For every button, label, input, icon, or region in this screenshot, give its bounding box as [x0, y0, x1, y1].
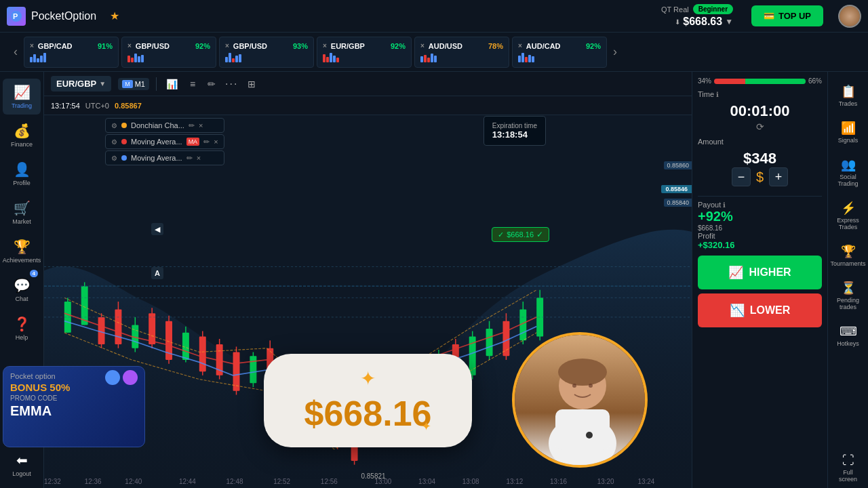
ind-dot-1	[121, 139, 127, 144]
grid-icon[interactable]: ⊞	[245, 77, 258, 91]
tab-close-3[interactable]: ×	[323, 42, 327, 49]
lower-button[interactable]: 📉 LOWER	[698, 293, 822, 327]
sidebar-item-finance[interactable]: 💰 Finance	[3, 117, 41, 153]
birthday-banner[interactable]: Pocket option BONUS 50% PROMO CODE EMMA	[3, 366, 145, 447]
asset-tab-4[interactable]: ×AUD/USD78%	[414, 37, 509, 68]
sidebar-item-profile[interactable]: 👤 Profile	[3, 156, 41, 192]
ind-settings-0[interactable]: ⚙	[111, 122, 117, 129]
ind-settings-2[interactable]: ⚙	[111, 155, 117, 162]
pending-label: Pending trades	[834, 297, 863, 310]
ind-dot-0	[121, 123, 127, 128]
asset-tab-0[interactable]: ×GBP/CAD91%	[24, 37, 119, 68]
tournaments-icon: 🏆	[841, 244, 856, 259]
tab-close-5[interactable]: ×	[518, 42, 522, 49]
lower-arrow-icon: 📉	[730, 303, 745, 318]
sidebar-label-profile: Profile	[13, 180, 31, 186]
draw-icon[interactable]: ✏	[205, 77, 218, 91]
logout-button[interactable]: ⬅ Logout	[3, 447, 41, 483]
progress-bearish	[714, 79, 745, 84]
right-icon-signals[interactable]: 📶 Signals	[831, 115, 865, 149]
logo-text: PocketOption	[31, 10, 96, 22]
svg-point-85	[586, 432, 593, 439]
indicator-row-0: ⚙ Donchian Cha... ✏ ×	[105, 118, 224, 133]
time-refresh-icon[interactable]: ⟳	[698, 121, 822, 132]
right-icon-social[interactable]: 👥 Social Trading	[831, 152, 865, 192]
asset-tab-3[interactable]: ×EUR/GBP92%	[317, 37, 412, 68]
ind-close-0[interactable]: ✏	[189, 121, 195, 130]
payout-info-icon[interactable]: ℹ	[723, 201, 726, 209]
sidebar-item-trading[interactable]: 📈 Trading	[3, 79, 41, 115]
indicator-collapse-arrow[interactable]: ◀	[151, 223, 163, 235]
main-layout: 📈 Trading 💰 Finance 👤 Profile 🛒 Market 🏆…	[0, 72, 868, 488]
bearish-pct: 34%	[698, 77, 711, 85]
right-icon-tournaments[interactable]: 🏆 Tournaments	[831, 239, 865, 272]
trade-marker-check: ✓	[498, 230, 504, 239]
higher-button[interactable]: 📈 HIGHER	[698, 256, 822, 289]
sidebar-item-achievements[interactable]: 🏆 Achievements	[3, 233, 41, 269]
right-icon-fullscreen[interactable]: ⛶ Full screen	[831, 448, 865, 488]
panel-divider	[698, 196, 822, 197]
right-icon-trades[interactable]: 📋 Trades	[831, 79, 865, 113]
win-popup: ✦ $668.16 ✦	[264, 354, 473, 447]
user-avatar[interactable]	[838, 5, 861, 28]
chat-badge: 4	[30, 270, 38, 277]
ind-close-2[interactable]: ✏	[186, 154, 193, 163]
svg-text:13:16: 13:16	[550, 477, 567, 486]
favorite-star-icon[interactable]: ★	[110, 9, 119, 22]
svg-text:13:24: 13:24	[637, 477, 654, 486]
time-row: Time ℹ	[698, 90, 822, 98]
sidebar-label-achievements: Achievements	[3, 257, 41, 264]
right-icon-pending[interactable]: ⏳ Pending trades	[831, 275, 865, 316]
sidebar-label-help: Help	[16, 334, 28, 341]
svg-text:13:12: 13:12	[506, 477, 523, 486]
svg-text:P: P	[13, 12, 18, 20]
ind-delete-2[interactable]: ×	[197, 154, 201, 162]
timeframe-selector[interactable]: M M1	[118, 78, 149, 90]
tab-close-0[interactable]: ×	[30, 42, 34, 49]
sidebar-item-help[interactable]: ❓ Help	[3, 310, 41, 346]
pair-selector[interactable]: EUR/GBP ▼	[51, 76, 111, 92]
sidebar-item-chat[interactable]: 💬 Chat	[3, 272, 41, 308]
toolbar-divider-1	[156, 77, 157, 91]
chart-type-bar-icon[interactable]: 📊	[163, 77, 180, 91]
ind-name-0: Donchian Cha...	[131, 121, 184, 129]
chart-utc: UTC+0	[85, 102, 109, 110]
tabs-prev-arrow[interactable]: ‹	[10, 45, 21, 59]
tab-close-2[interactable]: ×	[225, 42, 229, 49]
account-badge: Beginner	[693, 4, 733, 14]
ind-close-1[interactable]: ✏	[203, 138, 210, 146]
more-options-icon[interactable]: ···	[225, 78, 238, 90]
svg-text:13:08: 13:08	[462, 477, 479, 486]
indicator-icon[interactable]: ≡	[187, 77, 198, 91]
express-label: Express Trades	[834, 217, 863, 230]
price-level-highlight: 0.85846	[661, 185, 692, 193]
chart-toolbar: EUR/GBP ▼ M M1 📊 ≡ ✏ ··· ⊞	[44, 72, 692, 96]
amount-decrease-btn[interactable]: −	[732, 167, 751, 186]
topup-button[interactable]: 💳 TOP UP	[751, 5, 823, 26]
ind-settings-1[interactable]: ⚙	[111, 138, 117, 146]
chart-a-overlay-label: A	[151, 267, 163, 279]
asset-tab-2[interactable]: ×GBP/USD93%	[219, 37, 314, 68]
balance-dropdown-icon[interactable]: ▼	[725, 17, 733, 26]
tab-close-1[interactable]: ×	[127, 42, 132, 49]
tab-close-4[interactable]: ×	[420, 42, 425, 49]
ind-delete-1[interactable]: ×	[214, 138, 218, 146]
webcam-person	[515, 335, 645, 465]
amount-increase-btn[interactable]: +	[769, 167, 788, 186]
right-icon-hotkeys[interactable]: ⌨ Hotkeys	[831, 319, 865, 352]
tabs-next-arrow[interactable]: ›	[610, 45, 620, 59]
asset-tab-1[interactable]: ×GBP/USD92%	[121, 37, 216, 68]
topbar: P PocketOption ★ QT Real Beginner ⬇ $668…	[0, 0, 868, 33]
svg-text:0.85821: 0.85821	[361, 472, 386, 481]
asset-tab-5[interactable]: ×AUD/CAD92%	[512, 37, 607, 68]
indicator-list: ◀ ⚙ Donchian Cha... ✏ × ⚙ Moving Avera..…	[105, 118, 224, 165]
right-icon-express[interactable]: ⚡ Express Trades	[831, 195, 865, 236]
ind-delete-0[interactable]: ×	[199, 121, 203, 129]
finance-icon: 💰	[14, 123, 31, 139]
logout-icon: ⬅	[16, 452, 28, 468]
sidebar-item-market[interactable]: 🛒 Market	[3, 195, 41, 230]
indicator-row-1: ⚙ Moving Avera... MA ✏ ×	[105, 134, 224, 149]
svg-point-84	[589, 384, 593, 388]
time-info-icon[interactable]: ℹ	[716, 91, 719, 98]
amount-row: Amount	[698, 138, 822, 146]
